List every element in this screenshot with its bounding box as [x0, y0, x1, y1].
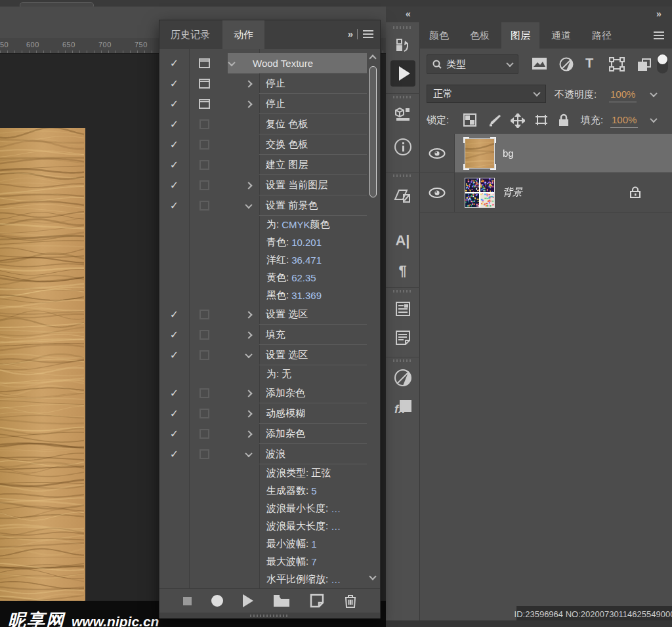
toggle-item-checkbox[interactable]: ✓ — [159, 73, 189, 94]
action-row[interactable]: ✓建立 图层 — [159, 155, 380, 175]
toggle-item-checkbox[interactable]: ✓ — [159, 444, 189, 464]
expand-chevron-icon[interactable] — [242, 195, 255, 216]
action-detail-row[interactable]: 最大波幅:7 — [159, 553, 380, 571]
layer-row-bg[interactable]: bg — [420, 134, 672, 173]
action-row[interactable]: ✓停止 — [159, 94, 380, 114]
dialog-toggle[interactable] — [190, 53, 218, 73]
dialog-toggle[interactable] — [190, 444, 218, 464]
actions-tab-history[interactable]: 历史记录 — [159, 20, 221, 49]
filter-type-layers-icon[interactable]: T — [585, 56, 593, 71]
lock-position-icon[interactable] — [511, 113, 525, 128]
actions-tab-actions[interactable]: 动作 — [222, 20, 264, 49]
toggle-item-checkbox[interactable]: ✓ — [159, 325, 189, 345]
tab-swatches[interactable]: 色板 — [461, 22, 499, 49]
dialog-toggle[interactable] — [190, 424, 218, 444]
opacity-chevron-icon[interactable] — [650, 90, 657, 97]
dialog-toggle[interactable] — [190, 155, 218, 175]
dialog-toggle[interactable] — [190, 325, 218, 345]
toggle-item-checkbox[interactable]: ✓ — [159, 424, 189, 444]
history-panel-icon[interactable] — [395, 38, 411, 55]
action-detail-row[interactable]: 波浪最小长度:… — [159, 500, 380, 517]
filter-on-off-toggle[interactable] — [657, 54, 668, 73]
fill-chevron-icon[interactable] — [650, 115, 657, 123]
expand-chevron-icon[interactable] — [242, 345, 255, 365]
action-row[interactable]: ✓添加杂色 — [159, 424, 380, 444]
actions-scrollbar[interactable] — [367, 49, 380, 588]
collapse-dock-right-icon[interactable]: » — [656, 9, 660, 19]
panel-menu-icon[interactable] — [654, 31, 664, 39]
filter-pixel-layers-icon[interactable] — [532, 57, 547, 70]
toggle-item-checkbox[interactable]: ✓ — [159, 134, 189, 155]
delete-trash-icon[interactable] — [344, 594, 357, 608]
lock-transparent-pixels-icon[interactable] — [463, 113, 476, 127]
layer-visibility-toggle[interactable] — [420, 173, 455, 212]
actions-panel-icon[interactable] — [390, 60, 415, 87]
action-row[interactable]: ✓复位 色板 — [159, 114, 380, 134]
character-panel-icon[interactable]: A| — [395, 232, 410, 249]
expand-chevron-icon[interactable] — [225, 53, 238, 73]
dialog-toggle[interactable] — [190, 175, 218, 195]
dialog-toggle[interactable] — [190, 345, 218, 365]
expand-chevron-icon[interactable] — [242, 304, 255, 325]
layer-thumbnail[interactable] — [463, 176, 496, 209]
paragraph-styles-panel-icon[interactable] — [394, 329, 411, 346]
layer-visibility-toggle[interactable] — [420, 134, 455, 172]
filter-adjustment-layers-icon[interactable] — [559, 57, 574, 71]
layer-filter-dropdown[interactable]: 类型 — [427, 54, 518, 74]
new-action-icon[interactable] — [310, 594, 324, 608]
action-row[interactable]: ✓添加杂色 — [159, 383, 380, 403]
toggle-item-checkbox[interactable]: ✓ — [159, 383, 189, 403]
toggle-item-checkbox[interactable]: ✓ — [159, 155, 189, 175]
expand-chevron-icon[interactable] — [242, 403, 255, 424]
action-row[interactable]: ✓设置 选区 — [159, 345, 380, 365]
dialog-toggle[interactable] — [190, 403, 218, 424]
clone-source-panel-icon[interactable] — [394, 186, 412, 205]
action-row[interactable]: ✓填充 — [159, 325, 380, 345]
expand-chevron-icon[interactable] — [242, 94, 255, 114]
action-detail-row[interactable]: 最小波幅:1 — [159, 535, 380, 553]
dock-grip[interactable] — [393, 96, 413, 98]
action-detail-row[interactable]: 波浪最大长度:… — [159, 517, 380, 535]
expand-chevron-icon[interactable] — [242, 383, 255, 403]
toggle-item-checkbox[interactable]: ✓ — [159, 94, 189, 114]
dialog-toggle[interactable] — [190, 114, 218, 134]
filter-shape-layers-icon[interactable] — [609, 57, 625, 71]
expand-chevron-icon[interactable] — [242, 73, 255, 94]
play-selection-icon[interactable] — [243, 594, 253, 607]
expand-chevron-icon[interactable] — [242, 175, 255, 195]
adjustments-panel-icon[interactable] — [394, 369, 412, 387]
lock-image-pixels-icon[interactable] — [487, 113, 501, 128]
lock-artboard-icon[interactable] — [534, 113, 549, 127]
wood-texture-image[interactable] — [0, 128, 85, 607]
action-row[interactable]: ✓设置 当前图层 — [159, 175, 380, 195]
info-panel-icon[interactable] — [394, 138, 412, 156]
character-styles-panel-icon[interactable] — [394, 300, 411, 317]
dialog-toggle[interactable] — [190, 304, 218, 325]
3d-panel-icon[interactable] — [394, 106, 411, 122]
panel-resize-handle[interactable] — [159, 613, 380, 618]
stop-playing-icon[interactable] — [183, 597, 192, 605]
action-detail-row[interactable]: 黄色:62.35 — [159, 269, 380, 287]
action-detail-row[interactable]: 生成器数:5 — [159, 482, 380, 500]
dialog-toggle[interactable] — [190, 383, 218, 403]
action-detail-row[interactable]: 水平比例缩放:… — [159, 571, 380, 588]
expand-chevron-icon[interactable] — [242, 444, 255, 464]
action-detail-row[interactable]: 为:CMYK 颜色 — [159, 216, 380, 233]
tab-layers[interactable]: 图层 — [501, 22, 539, 49]
action-row[interactable]: ✓设置 选区 — [159, 304, 380, 325]
collapse-dock-left-icon[interactable]: « — [406, 9, 410, 19]
filter-smart-objects-icon[interactable] — [637, 57, 652, 73]
dialog-toggle[interactable] — [190, 195, 218, 216]
layer-row-背景[interactable]: 背景 — [420, 173, 672, 212]
action-detail-row[interactable]: 波浪类型: 正弦 — [159, 464, 380, 482]
toggle-item-checkbox[interactable]: ✓ — [159, 403, 189, 424]
action-row[interactable]: ✓设置 前景色 — [159, 195, 380, 216]
action-row[interactable]: ✓动感模糊 — [159, 403, 380, 424]
expand-chevron-icon[interactable] — [242, 424, 255, 444]
panel-menu-icon[interactable] — [363, 30, 373, 38]
scrollbar-thumb[interactable] — [369, 66, 377, 197]
toggle-item-checkbox[interactable]: ✓ — [159, 304, 189, 325]
blend-mode-dropdown[interactable]: 正常 — [427, 85, 546, 103]
lock-all-icon[interactable] — [558, 113, 570, 127]
action-row[interactable]: ✓波浪 — [159, 444, 380, 464]
